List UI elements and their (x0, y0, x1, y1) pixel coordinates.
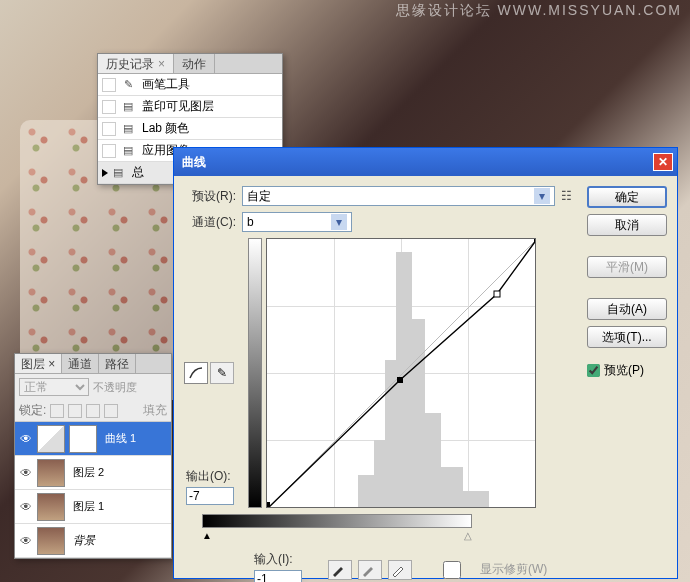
layers-options-row: 正常 不透明度 (15, 374, 171, 400)
preset-value: 自定 (247, 188, 271, 205)
watermark-text: 思缘设计论坛 WWW.MISSYUAN.COM (396, 2, 682, 20)
visibility-icon[interactable]: 👁 (17, 466, 35, 480)
lock-all-icon[interactable] (104, 404, 118, 418)
layers-tabs: 图层 × 通道 路径 (15, 354, 171, 374)
channel-label: 通道(C): (184, 214, 236, 231)
preview-checkbox[interactable]: 预览(P) (587, 362, 667, 379)
history-item[interactable]: ▤Lab 颜色 (98, 118, 282, 140)
curve-pencil-tool-button[interactable]: ✎ (210, 362, 234, 384)
close-button[interactable]: ✕ (653, 153, 673, 171)
layer-thumb-icon (37, 527, 65, 555)
layers-panel: 图层 × 通道 路径 正常 不透明度 锁定: 填充 👁 曲线 1 👁 图层 2 … (14, 353, 172, 559)
layer-thumb-icon (37, 493, 65, 521)
tab-paths[interactable]: 路径 (99, 354, 136, 373)
layer-name: 曲线 1 (105, 431, 136, 446)
cancel-button[interactable]: 取消 (587, 214, 667, 236)
svg-rect-3 (494, 291, 500, 297)
preset-select[interactable]: 自定 ▾ (242, 186, 555, 206)
lock-transparent-icon[interactable] (50, 404, 64, 418)
svg-rect-1 (267, 502, 270, 507)
history-tabs: 历史记录× 动作 (98, 54, 282, 74)
output-label: 输出(O): (186, 468, 231, 485)
history-item-label: Lab 颜色 (142, 120, 189, 137)
smooth-button[interactable]: 平滑(M) (587, 256, 667, 278)
tab-layers-label: 图层 (21, 357, 45, 371)
output-input[interactable] (186, 487, 234, 505)
auto-button[interactable]: 自动(A) (587, 298, 667, 320)
brush-icon: ✎ (120, 77, 136, 93)
history-item[interactable]: ✎画笔工具 (98, 74, 282, 96)
dialog-title: 曲线 (182, 154, 653, 171)
svg-line-0 (267, 239, 535, 507)
channel-value: b (247, 215, 254, 229)
layer-list: 👁 曲线 1 👁 图层 2 👁 图层 1 👁 背景 (15, 422, 171, 558)
ok-button[interactable]: 确定 (587, 186, 667, 208)
preset-label: 预设(R): (184, 188, 236, 205)
visibility-icon[interactable]: 👁 (17, 432, 35, 446)
step-icon: ▤ (110, 165, 126, 181)
chevron-down-icon: ▾ (331, 214, 347, 230)
svg-rect-2 (397, 377, 403, 383)
show-clipping-checkbox[interactable]: 显示修剪(W) (428, 561, 547, 579)
horizontal-gradient (202, 514, 472, 528)
history-item-label: 盖印可见图层 (142, 98, 214, 115)
curve-graph[interactable] (266, 238, 536, 508)
preview-label: 预览(P) (604, 362, 644, 379)
tab-history[interactable]: 历史记录× (98, 54, 174, 73)
eyedropper-black-button[interactable] (328, 560, 352, 580)
history-item[interactable]: ▤盖印可见图层 (98, 96, 282, 118)
history-item-label: 总 (132, 164, 144, 181)
stamp-icon: ▤ (120, 99, 136, 115)
layer-name: 图层 1 (73, 499, 104, 514)
slider-black-icon[interactable]: ▲ (202, 530, 212, 541)
curve-line (267, 239, 535, 507)
dialog-titlebar[interactable]: 曲线 ✕ (174, 148, 677, 176)
preview-input[interactable] (587, 364, 600, 377)
layer-name: 图层 2 (73, 465, 104, 480)
channel-select[interactable]: b ▾ (242, 212, 352, 232)
preset-menu-icon[interactable]: ☷ (561, 189, 579, 203)
curve-point-tool-button[interactable] (184, 362, 208, 384)
tab-channels[interactable]: 通道 (62, 354, 99, 373)
tab-actions[interactable]: 动作 (174, 54, 215, 73)
lock-label: 锁定: (19, 402, 46, 419)
current-marker-icon (102, 169, 108, 177)
mode-icon: ▤ (120, 121, 136, 137)
layer-thumb-icon (37, 425, 65, 453)
layer-mask-icon (69, 425, 97, 453)
layer-name: 背景 (73, 533, 95, 548)
input-input[interactable] (254, 570, 302, 582)
apply-icon: ▤ (120, 143, 136, 159)
close-icon[interactable]: × (45, 357, 55, 371)
layer-row-curves[interactable]: 👁 曲线 1 (15, 422, 171, 456)
curves-dialog: 曲线 ✕ 预设(R): 自定 ▾ ☷ 通道(C): b ▾ (173, 147, 678, 579)
slider-white-icon[interactable]: △ (464, 530, 472, 541)
eyedropper-gray-button[interactable] (358, 560, 382, 580)
tab-layers[interactable]: 图层 × (15, 354, 62, 373)
lock-position-icon[interactable] (86, 404, 100, 418)
vertical-gradient (248, 238, 262, 508)
close-icon[interactable]: × (158, 57, 165, 71)
visibility-icon[interactable]: 👁 (17, 500, 35, 514)
opacity-label: 不透明度 (93, 380, 137, 395)
blend-mode-select[interactable]: 正常 (19, 378, 89, 396)
layer-thumb-icon (37, 459, 65, 487)
svg-rect-4 (534, 239, 535, 242)
show-clipping-label: 显示修剪(W) (480, 561, 547, 578)
layer-row[interactable]: 👁 图层 2 (15, 456, 171, 490)
tab-history-label: 历史记录 (106, 57, 154, 71)
lock-pixels-icon[interactable] (68, 404, 82, 418)
options-button[interactable]: 选项(T)... (587, 326, 667, 348)
input-label: 输入(I): (254, 551, 302, 568)
visibility-icon[interactable]: 👁 (17, 534, 35, 548)
history-item-label: 画笔工具 (142, 76, 190, 93)
fill-label: 填充 (143, 402, 167, 419)
layer-row[interactable]: 👁 图层 1 (15, 490, 171, 524)
show-clipping-input[interactable] (428, 561, 476, 579)
chevron-down-icon: ▾ (534, 188, 550, 204)
layers-lock-row: 锁定: 填充 (15, 400, 171, 422)
eyedropper-white-button[interactable] (388, 560, 412, 580)
layer-row-background[interactable]: 👁 背景 (15, 524, 171, 558)
